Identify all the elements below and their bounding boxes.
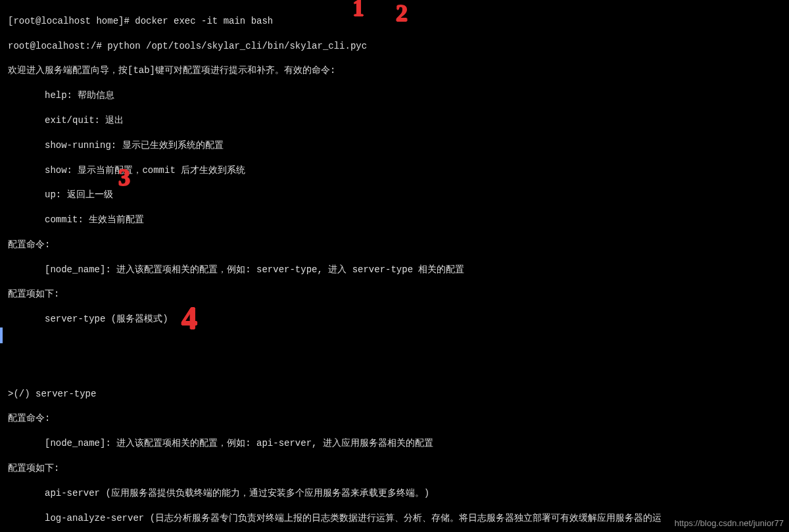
up-line: up: 返回上一级 (8, 189, 785, 201)
api-server-item: api-server (应用服务器提供负载终端的能力，通过安装多个应用服务器来承… (8, 487, 785, 500)
blank-line (8, 363, 785, 375)
show-line: show: 显示当前配置，commit 后才生效到系统 (8, 164, 785, 177)
terminal-output[interactable]: [root@localhost home]# docker exec -it m… (0, 0, 789, 532)
blank-line (8, 338, 785, 351)
welcome-line: 欢迎进入服务端配置向导，按[tab]键可对配置项进行提示和补齐。有效的命令: (8, 64, 785, 77)
exit-line: exit/quit: 退出 (8, 114, 785, 127)
node-name-hint-2: [node_name]: 进入该配置项相关的配置，例如: api-server,… (8, 437, 785, 450)
config-cmd-label-1: 配置命令: (8, 239, 785, 251)
selection-strip (0, 327, 3, 343)
watermark-text: https://blog.csdn.net/junior77 (675, 518, 784, 529)
log-analyze-server-item: log-analyze-server (日志分析服务器专门负责对终端上报的日志类… (8, 512, 785, 525)
node-name-hint-1: [node_name]: 进入该配置项相关的配置，例如: server-type… (8, 264, 785, 276)
config-items-label-1: 配置项如下: (8, 288, 785, 301)
help-line: help: 帮助信息 (8, 89, 785, 102)
prompt-server-type: >(/) server-type (8, 388, 785, 400)
config-cmd-label-2: 配置命令: (8, 412, 785, 425)
prompt-line-2: root@localhost:/# python /opt/tools/skyl… (8, 40, 785, 53)
server-type-item: server-type (服务器模式) (8, 313, 785, 326)
commit-line: commit: 生效当前配置 (8, 214, 785, 226)
config-items-label-2: 配置项如下: (8, 462, 785, 475)
show-running-line: show-running: 显示已生效到系统的配置 (8, 139, 785, 152)
prompt-line-1: [root@localhost home]# docker exec -it m… (8, 15, 785, 28)
